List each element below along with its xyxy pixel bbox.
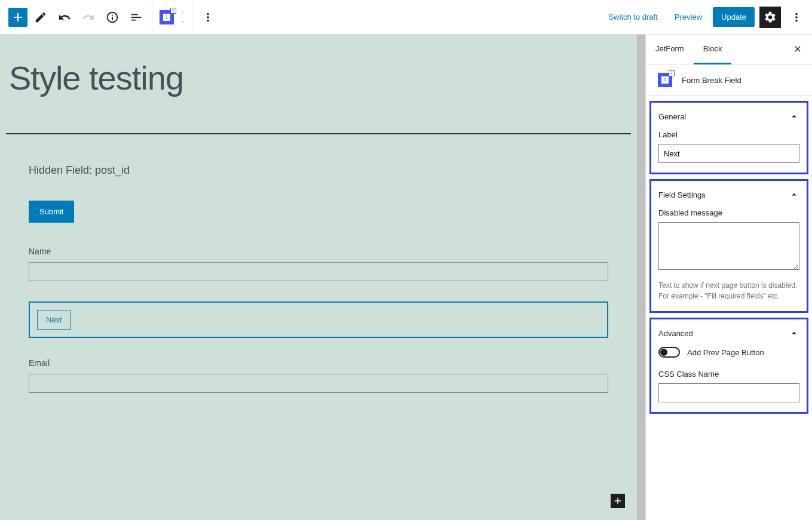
block-move-arrows	[179, 8, 187, 26]
name-label: Name	[29, 247, 608, 256]
form-break-icon[interactable]: 1 2	[160, 10, 174, 24]
email-label: Email	[29, 358, 608, 368]
toolbar-divider-2	[192, 0, 192, 35]
panel-field-settings-title: Field Settings	[658, 190, 706, 199]
panel-general-header[interactable]: General	[651, 103, 807, 130]
kebab-menu-button[interactable]	[786, 7, 807, 28]
move-up-button[interactable]	[179, 8, 187, 17]
close-sidebar-button[interactable]	[783, 35, 812, 64]
tab-jetform[interactable]: JetForm	[646, 35, 694, 64]
css-class-label: CSS Class Name	[658, 370, 799, 379]
next-button[interactable]: Next	[37, 310, 71, 330]
undo-button[interactable]	[54, 7, 75, 28]
more-options-button[interactable]	[197, 7, 219, 28]
edit-icon[interactable]	[30, 7, 51, 28]
title-underline	[6, 133, 631, 134]
main-layout: Style testing Hidden Field: post_id Subm…	[0, 35, 812, 520]
block-title: Form Break Field	[682, 76, 741, 85]
scrollbar-thumb[interactable]	[637, 35, 645, 520]
disabled-msg-label: Disabled message	[658, 208, 799, 217]
submit-button[interactable]: Submit	[29, 201, 74, 223]
panel-advanced-body: Add Prev Page Button CSS Class Name	[651, 347, 807, 412]
settings-sidebar: JetForm Block 1 2 Form Break Field Gener…	[645, 35, 812, 520]
toolbar-divider	[152, 0, 152, 35]
move-down-button[interactable]	[179, 18, 187, 26]
panel-advanced: Advanced Add Prev Page Button CSS Class …	[649, 318, 808, 414]
switch-to-draft-button[interactable]: Switch to draft	[602, 9, 663, 25]
preview-button[interactable]: Preview	[669, 9, 708, 25]
editor-canvas[interactable]: Style testing Hidden Field: post_id Subm…	[0, 35, 637, 520]
name-input[interactable]	[29, 262, 608, 281]
outline-button[interactable]	[125, 7, 147, 28]
label-input[interactable]	[658, 144, 799, 163]
toggle-knob	[660, 349, 667, 356]
disabled-msg-textarea[interactable]	[658, 222, 799, 270]
panel-advanced-header[interactable]: Advanced	[651, 319, 807, 347]
chevron-up-icon	[789, 328, 799, 339]
top-toolbar: 1 2 Switch to draft Preview Update	[0, 0, 812, 35]
toolbar-left: 1 2	[0, 0, 219, 35]
form-section: Hidden Field: post_id Submit Name Next E…	[0, 164, 637, 449]
panel-field-settings-header[interactable]: Field Settings	[651, 181, 807, 208]
label-field-label: Label	[658, 130, 799, 139]
add-block-inline-button[interactable]	[611, 494, 625, 508]
block-header: 1 2 Form Break Field	[646, 64, 812, 96]
form-break-icon: 1 2	[658, 73, 672, 87]
chevron-up-icon	[789, 111, 799, 122]
update-button[interactable]: Update	[713, 7, 755, 27]
prev-page-label: Add Prev Page Button	[687, 348, 764, 357]
settings-button[interactable]	[759, 7, 781, 28]
tab-block[interactable]: Block	[694, 35, 732, 64]
name-field-group: Name	[29, 247, 608, 281]
chevron-up-icon	[789, 189, 799, 200]
sidebar-tabs: JetForm Block	[646, 35, 812, 64]
panel-field-settings-body: Disabled message Text to show if next pa…	[651, 208, 807, 311]
editor-scrollbar[interactable]	[637, 35, 645, 520]
prev-page-toggle[interactable]	[658, 347, 680, 358]
panel-general-title: General	[658, 112, 686, 121]
form-break-block[interactable]: Next	[29, 301, 608, 338]
panel-advanced-title: Advanced	[658, 329, 693, 338]
info-button[interactable]	[102, 7, 123, 28]
hidden-field-label[interactable]: Hidden Field: post_id	[29, 164, 608, 177]
panel-general-body: Label	[651, 130, 807, 173]
prev-page-toggle-row: Add Prev Page Button	[658, 347, 799, 358]
email-field-group: Email	[29, 358, 608, 393]
page-title[interactable]: Style testing	[0, 35, 637, 115]
email-input[interactable]	[29, 374, 608, 393]
add-block-button[interactable]	[8, 8, 27, 27]
panel-general: General Label	[649, 101, 808, 174]
css-class-input[interactable]	[658, 383, 799, 402]
panel-field-settings: Field Settings Disabled message Text to …	[649, 179, 808, 313]
toolbar-right: Switch to draft Preview Update	[602, 7, 812, 28]
disabled-msg-help: Text to show if next page button is disa…	[658, 280, 799, 301]
redo-button[interactable]	[78, 7, 99, 28]
